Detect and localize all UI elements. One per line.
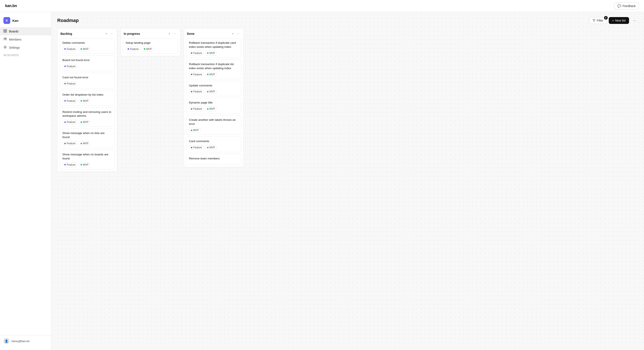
- column-header-actions: +···: [168, 31, 177, 36]
- user-email: henry@kan.bn: [12, 340, 30, 343]
- card[interactable]: Restrict inviting and removing users to …: [60, 107, 115, 127]
- sidebar-settings-label: Settings: [9, 46, 20, 49]
- feature-dot: [64, 83, 66, 84]
- card-title: Show message when no lists are found: [62, 131, 112, 139]
- label-mvp: MVP: [205, 145, 217, 150]
- label-text: Feature: [193, 52, 202, 55]
- label-text: MVP: [83, 163, 88, 166]
- label-text: MVP: [210, 146, 215, 149]
- column-more-button[interactable]: ···: [110, 31, 114, 36]
- card-labels: FeatureMVP: [62, 47, 112, 51]
- card-labels: FeatureMVP: [189, 89, 238, 94]
- card[interactable]: Rollback transaction if duplicate list i…: [186, 60, 241, 79]
- more-options-button[interactable]: ···: [631, 17, 638, 24]
- label-feature: Feature: [189, 51, 204, 55]
- main-content: Roadmap Filter 2 + New list ··· Backlog+…: [51, 12, 644, 350]
- column-backlog: Backlog+···Delete commentsFeatureMVPBoar…: [57, 28, 117, 172]
- svg-point-4: [4, 38, 5, 39]
- card-labels: FeatureMVP: [62, 99, 112, 103]
- card-labels: Feature: [62, 81, 112, 86]
- mvp-dot: [207, 91, 208, 92]
- card[interactable]: Card not found errorFeature: [60, 73, 115, 88]
- sidebar: K Kan Boards Members Settings: [0, 12, 51, 350]
- svg-rect-2: [4, 31, 5, 32]
- card[interactable]: Dynamic page titleFeatureMVP: [186, 98, 241, 114]
- card[interactable]: Setup landing pageFeatureMVP: [123, 38, 178, 54]
- label-text: Feature: [193, 146, 202, 149]
- label-feature: Feature: [126, 47, 140, 51]
- svg-rect-3: [5, 31, 6, 32]
- card-title: Show message when no boards are found: [62, 153, 112, 161]
- label-text: MVP: [210, 73, 215, 76]
- filter-button[interactable]: Filter 2: [589, 17, 606, 24]
- topbar: kan.bn 💬 Feedback: [0, 0, 644, 12]
- sidebar-item-members[interactable]: Members: [0, 35, 51, 43]
- add-card-button[interactable]: +: [231, 31, 234, 36]
- card[interactable]: Card commentsFeatureMVP: [186, 137, 241, 152]
- plus-icon: +: [612, 19, 614, 22]
- boards-icon: [4, 29, 7, 33]
- card-labels: FeatureMVP: [62, 120, 112, 124]
- label-text: Feature: [67, 121, 76, 124]
- label-feature: Feature: [189, 145, 204, 150]
- card-labels: FeatureMVP: [126, 47, 175, 51]
- card[interactable]: Show message when no boards are foundFea…: [60, 150, 115, 170]
- card[interactable]: Show message when no lists are foundFeat…: [60, 129, 115, 148]
- board-columns: Backlog+···Delete commentsFeatureMVPBoar…: [51, 28, 644, 350]
- card-labels: FeatureMVP: [62, 163, 112, 167]
- boards-count-label: 98 Boards: [0, 52, 51, 58]
- feature-dot: [64, 65, 66, 67]
- mvp-dot: [80, 48, 82, 50]
- label-mvp: MVP: [79, 99, 90, 103]
- add-card-button[interactable]: +: [104, 31, 108, 36]
- sidebar-item-settings[interactable]: Settings: [0, 43, 51, 52]
- column-header: Backlog+···: [58, 28, 117, 38]
- feature-dot: [64, 143, 66, 144]
- card[interactable]: Remove team members: [186, 154, 241, 165]
- card-labels: FeatureMVP: [189, 72, 238, 77]
- card-labels: FeatureMVP: [189, 145, 238, 150]
- sidebar-nav: Boards Members Settings 98 Boards: [0, 27, 51, 335]
- board-actions: Filter 2 + New list ···: [589, 17, 638, 24]
- label-mvp: MVP: [79, 141, 90, 146]
- column-header: In progress+···: [121, 28, 180, 38]
- mvp-dot: [207, 147, 208, 148]
- card[interactable]: Delete commentsFeatureMVP: [60, 38, 115, 54]
- card[interactable]: Board not found errorFeature: [60, 55, 115, 71]
- label-text: MVP: [83, 48, 88, 51]
- label-mvp: MVP: [79, 163, 90, 167]
- feedback-button[interactable]: 💬 Feedback: [614, 2, 639, 9]
- filter-label: Filter: [597, 19, 604, 22]
- label-mvp: MVP: [79, 47, 90, 51]
- card-title: Restrict inviting and removing users to …: [62, 110, 112, 118]
- feature-dot: [191, 74, 192, 75]
- workspace-avatar: K: [4, 17, 10, 24]
- card-labels: FeatureMVP: [189, 51, 238, 55]
- label-text: Feature: [193, 73, 202, 76]
- label-feature: Feature: [62, 64, 77, 69]
- label-mvp: MVP: [205, 72, 217, 77]
- mvp-dot: [80, 164, 82, 166]
- add-card-button[interactable]: +: [168, 31, 171, 36]
- label-mvp: MVP: [205, 51, 217, 55]
- sidebar-boards-label: Boards: [9, 30, 18, 33]
- label-text: Feature: [130, 48, 139, 51]
- column-more-button[interactable]: ···: [173, 31, 177, 36]
- card[interactable]: Rollback transaction if duplicate card i…: [186, 38, 241, 58]
- label-text: MVP: [83, 99, 88, 102]
- card-title: Delete comments: [62, 41, 112, 45]
- card[interactable]: Order list dropdown by list indexFeature…: [60, 90, 115, 106]
- column-header: Done+···: [184, 28, 243, 38]
- label-text: Feature: [67, 142, 76, 145]
- label-text: Feature: [67, 99, 76, 102]
- sidebar-item-boards[interactable]: Boards: [0, 27, 51, 35]
- card[interactable]: Update commentsFeatureMVP: [186, 81, 241, 96]
- new-list-button[interactable]: + New list: [609, 17, 629, 24]
- feature-dot: [191, 147, 192, 148]
- column-more-button[interactable]: ···: [236, 31, 240, 36]
- label-mvp: MVP: [142, 47, 154, 51]
- label-text: MVP: [210, 107, 215, 110]
- feature-dot: [64, 121, 66, 123]
- card[interactable]: Create another with labels throws an err…: [186, 115, 241, 135]
- label-text: MVP: [210, 52, 215, 55]
